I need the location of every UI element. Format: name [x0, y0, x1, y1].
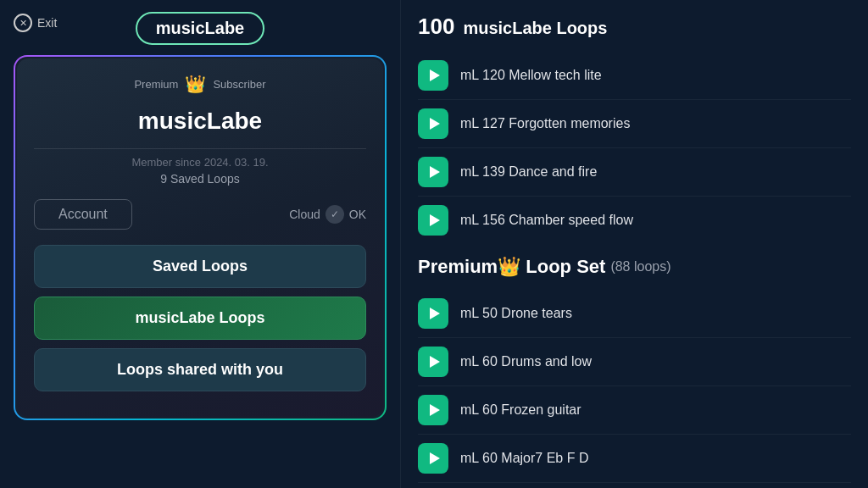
premium-section-header: Premium👑 Loop Set (88 loops) [418, 256, 851, 278]
play-button[interactable] [418, 347, 448, 377]
right-panel: 100 musicLabe Loops mL 120 Mellow tech l… [400, 0, 868, 488]
premium-section-title-text: Premium👑 Loop Set [418, 256, 605, 278]
premium-loop-list-item[interactable]: mL 60 Frozen guitar [418, 386, 851, 435]
play-button[interactable] [418, 60, 448, 91]
all-loops-header: 100 musicLabe Loops [418, 14, 851, 40]
premium-loops-list: mL 50 Drone tears mL 60 Drums and low mL… [418, 290, 851, 488]
loop-name: mL 60 Drums and low [460, 354, 592, 369]
play-triangle-icon [430, 166, 440, 178]
play-triangle-icon [430, 214, 440, 226]
loop-name: mL 60 Frozen guitar [460, 402, 581, 418]
cloud-check-icon: ✓ [326, 205, 344, 224]
loop-list-item[interactable]: mL 120 Mellow tech lite [418, 52, 851, 100]
play-button[interactable] [418, 157, 448, 187]
loop-list-item[interactable]: mL 156 Chamber speed flow [418, 197, 851, 244]
premium-loop-list-item[interactable]: mL 60 Drums and low [418, 338, 851, 386]
member-since-text: Member since 2024. 03. 19. [131, 156, 268, 169]
crown-icon: 👑 [185, 74, 206, 94]
premium-loop-list-item[interactable]: mL 60 Mellow groove A [418, 483, 851, 488]
username-display: musicLabe [138, 108, 262, 135]
premium-loop-count: (88 loops) [610, 259, 670, 274]
account-button[interactable]: Account [34, 199, 132, 230]
all-loops-list: mL 120 Mellow tech lite mL 127 Forgotten… [418, 52, 851, 244]
premium-loop-list-item[interactable]: mL 60 Major7 Eb F D [418, 435, 851, 483]
musiclabe-loops-button[interactable]: musicLabe Loops [34, 297, 366, 340]
loop-name: mL 120 Mellow tech lite [460, 68, 602, 83]
user-card: Premium 👑 Subscriber musicLabe Member si… [14, 55, 387, 420]
musiclabe-header-button[interactable]: musicLabe [136, 12, 264, 45]
saved-loops-count: 9 Saved Loops [160, 172, 239, 186]
loop-name: mL 139 Dance and fire [460, 164, 597, 180]
loop-name: mL 60 Major7 Eb F D [460, 451, 588, 466]
exit-button[interactable]: ✕ Exit [14, 14, 57, 32]
account-cloud-row: Account Cloud ✓ OK [34, 199, 366, 230]
exit-circle-icon: ✕ [14, 14, 32, 32]
divider [34, 148, 366, 149]
loop-name: mL 127 Forgotten memories [460, 116, 630, 131]
play-triangle-icon [430, 452, 440, 464]
premium-subscriber-row: Premium 👑 Subscriber [134, 74, 265, 94]
play-triangle-icon [430, 404, 440, 416]
cloud-status: Cloud ✓ OK [289, 205, 366, 224]
loop-name: mL 156 Chamber speed flow [460, 213, 633, 228]
play-triangle-icon [430, 69, 440, 81]
all-loops-count: 100 [418, 14, 454, 40]
loop-list-item[interactable]: mL 139 Dance and fire [418, 148, 851, 197]
play-triangle-icon [430, 356, 440, 368]
play-button[interactable] [418, 108, 448, 139]
play-button[interactable] [418, 205, 448, 236]
loop-name: mL 50 Drone tears [460, 306, 572, 321]
subscriber-label: Subscriber [213, 78, 265, 91]
all-loops-title: musicLabe Loops [463, 19, 607, 38]
play-button[interactable] [418, 395, 448, 425]
premium-label: Premium [134, 78, 178, 91]
play-button[interactable] [418, 443, 448, 474]
user-card-inner: Premium 👑 Subscriber musicLabe Member si… [17, 58, 383, 417]
play-triangle-icon [430, 118, 440, 130]
left-panel: ✕ Exit musicLabe Premium 👑 Subscriber mu… [0, 0, 400, 488]
play-button[interactable] [418, 298, 448, 329]
play-triangle-icon [430, 308, 440, 319]
loop-list-item[interactable]: mL 127 Forgotten memories [418, 100, 851, 148]
premium-loop-list-item[interactable]: mL 50 Drone tears [418, 290, 851, 338]
shared-loops-button[interactable]: Loops shared with you [34, 348, 366, 391]
exit-label: Exit [37, 16, 57, 30]
saved-loops-button[interactable]: Saved Loops [34, 245, 366, 288]
